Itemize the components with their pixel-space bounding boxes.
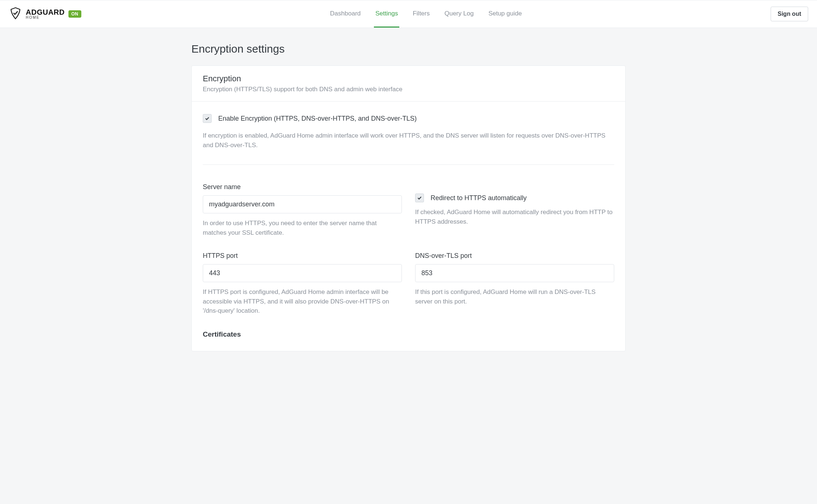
enable-encryption-label: Enable Encryption (HTTPS, DNS-over-HTTPS… — [218, 115, 417, 123]
dns-tls-port-desc: If this port is configured, AdGuard Home… — [415, 287, 614, 306]
redirect-checkbox[interactable] — [415, 194, 424, 202]
https-port-input[interactable] — [203, 264, 402, 282]
enable-encryption-row: Enable Encryption (HTTPS, DNS-over-HTTPS… — [203, 114, 614, 123]
server-name-label: Server name — [203, 183, 402, 191]
brand-main: ADGUARD — [26, 8, 65, 16]
server-redirect-row: Server name In order to use HTTPS, you n… — [203, 183, 614, 237]
nav-dashboard[interactable]: Dashboard — [329, 0, 362, 28]
card-header: Encryption Encryption (HTTPS/TLS) suppor… — [192, 66, 625, 102]
page-title: Encryption settings — [191, 43, 626, 55]
redirect-label: Redirect to HTTPS automatically — [431, 194, 527, 202]
card-body: Enable Encryption (HTTPS, DNS-over-HTTPS… — [192, 102, 625, 351]
check-icon — [205, 116, 210, 121]
server-name-input[interactable] — [203, 195, 402, 213]
main-nav: Dashboard Settings Filters Query Log Set… — [329, 0, 523, 28]
certificates-heading: Certificates — [203, 330, 614, 338]
shield-logo-icon — [9, 7, 22, 21]
brand[interactable]: ADGUARD HOME ON — [9, 7, 81, 21]
status-badge: ON — [68, 10, 81, 18]
nav-query-log[interactable]: Query Log — [443, 0, 475, 28]
nav-setup-guide[interactable]: Setup guide — [487, 0, 523, 28]
app-header: ADGUARD HOME ON Dashboard Settings Filte… — [0, 0, 817, 28]
https-port-desc: If HTTPS port is configured, AdGuard Hom… — [203, 287, 402, 316]
page-content: Encryption settings Encryption Encryptio… — [191, 28, 626, 351]
server-name-desc: In order to use HTTPS, you need to enter… — [203, 219, 402, 237]
sign-out-button[interactable]: Sign out — [771, 7, 808, 21]
dns-tls-port-input[interactable] — [415, 264, 614, 282]
encryption-card: Encryption Encryption (HTTPS/TLS) suppor… — [191, 65, 626, 351]
brand-sub: HOME — [26, 16, 65, 19]
check-icon — [417, 195, 422, 200]
dns-tls-port-group: DNS-over-TLS port If this port is config… — [415, 252, 614, 316]
redirect-row: Redirect to HTTPS automatically — [415, 194, 614, 202]
divider — [203, 164, 614, 165]
card-subtitle: Encryption (HTTPS/TLS) support for both … — [203, 86, 614, 93]
ports-row: HTTPS port If HTTPS port is configured, … — [203, 252, 614, 316]
redirect-group: Redirect to HTTPS automatically If check… — [415, 183, 614, 237]
enable-encryption-checkbox[interactable] — [203, 114, 212, 123]
https-port-group: HTTPS port If HTTPS port is configured, … — [203, 252, 402, 316]
brand-text: ADGUARD HOME — [26, 8, 65, 19]
card-title: Encryption — [203, 74, 614, 84]
server-name-group: Server name In order to use HTTPS, you n… — [203, 183, 402, 237]
redirect-desc: If checked, AdGuard Home will automatica… — [415, 207, 614, 226]
https-port-label: HTTPS port — [203, 252, 402, 260]
nav-settings[interactable]: Settings — [374, 0, 399, 28]
enable-encryption-desc: If encryption is enabled, AdGuard Home a… — [203, 131, 614, 150]
dns-tls-port-label: DNS-over-TLS port — [415, 252, 614, 260]
nav-filters[interactable]: Filters — [411, 0, 431, 28]
